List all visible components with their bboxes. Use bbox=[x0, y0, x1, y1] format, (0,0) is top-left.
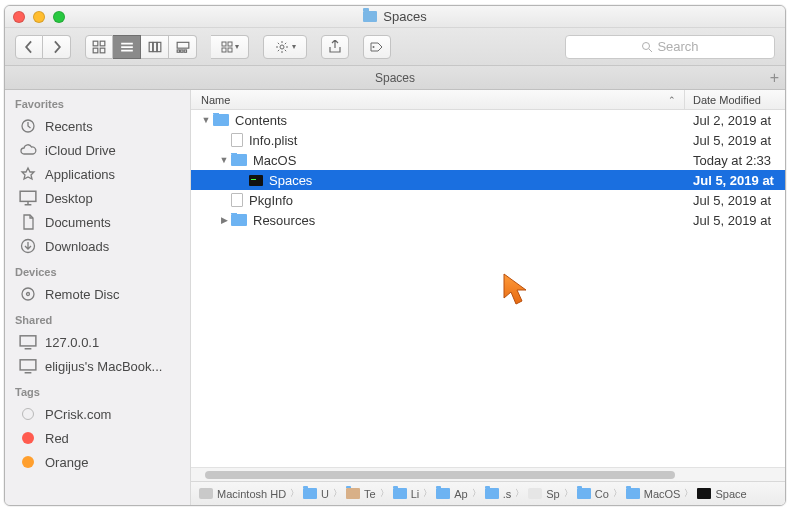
gallery-icon bbox=[176, 40, 190, 54]
path-segment[interactable]: Te bbox=[346, 488, 376, 500]
column-view-button[interactable] bbox=[141, 35, 169, 59]
path-segment[interactable]: Space bbox=[697, 488, 746, 500]
chevron-right-icon: 〉 bbox=[290, 487, 299, 500]
svg-rect-27 bbox=[20, 336, 36, 346]
exec-icon bbox=[697, 488, 711, 499]
sidebar-item[interactable]: PCrisk.com bbox=[5, 402, 190, 426]
file-icon bbox=[231, 193, 243, 207]
close-button[interactable] bbox=[13, 11, 25, 23]
file-name: Info.plist bbox=[249, 133, 297, 148]
search-placeholder: Search bbox=[657, 39, 698, 54]
path-segment-label: Ap bbox=[454, 488, 467, 500]
new-tab-button[interactable]: + bbox=[770, 69, 779, 87]
cloud-icon bbox=[19, 142, 37, 158]
path-segment[interactable]: Li bbox=[393, 488, 420, 500]
chevron-right-icon: 〉 bbox=[472, 487, 481, 500]
grid-icon bbox=[92, 40, 106, 54]
sidebar-item-label: Documents bbox=[45, 215, 111, 230]
sidebar-item[interactable]: Recents bbox=[5, 114, 190, 138]
monitor-icon bbox=[19, 358, 37, 374]
path-segment[interactable]: .s bbox=[485, 488, 512, 500]
file-name-cell: ▼Contents bbox=[191, 113, 685, 128]
sidebar-item[interactable]: Orange bbox=[5, 450, 190, 474]
path-segment[interactable]: Sp bbox=[528, 488, 559, 500]
column-headers: Name ⌃ Date Modified bbox=[191, 90, 785, 110]
sidebar-item[interactable]: Remote Disc bbox=[5, 282, 190, 306]
file-row[interactable]: PkgInfoJul 5, 2019 at bbox=[191, 190, 785, 210]
svg-rect-7 bbox=[149, 42, 153, 51]
path-segment-label: Co bbox=[595, 488, 609, 500]
window-title-text: Spaces bbox=[383, 9, 426, 24]
minimize-button[interactable] bbox=[33, 11, 45, 23]
gear-icon bbox=[275, 40, 289, 54]
horizontal-scrollbar[interactable] bbox=[191, 467, 785, 481]
path-segment-label: Space bbox=[715, 488, 746, 500]
sidebar-item[interactable]: 127.0.0.1 bbox=[5, 330, 190, 354]
column-header-name[interactable]: Name ⌃ bbox=[191, 90, 685, 109]
sidebar-item[interactable]: Red bbox=[5, 426, 190, 450]
sidebar-item[interactable]: Desktop bbox=[5, 186, 190, 210]
list-icon bbox=[120, 40, 134, 54]
window-controls bbox=[13, 11, 65, 23]
tag-icon bbox=[370, 40, 384, 54]
path-segment[interactable]: Macintosh HD bbox=[199, 488, 286, 500]
sidebar-item-label: Downloads bbox=[45, 239, 109, 254]
sidebar-item-label: Red bbox=[45, 431, 69, 446]
svg-rect-0 bbox=[93, 41, 98, 46]
file-row[interactable]: ▶ResourcesJul 5, 2019 at bbox=[191, 210, 785, 230]
disclosure-triangle-icon[interactable]: ▼ bbox=[201, 115, 211, 125]
sidebar-item[interactable]: Downloads bbox=[5, 234, 190, 258]
file-name-cell: ▶Resources bbox=[191, 213, 685, 228]
svg-point-26 bbox=[27, 293, 30, 296]
tags-button[interactable] bbox=[363, 35, 391, 59]
path-segment[interactable]: Ap bbox=[436, 488, 467, 500]
file-row[interactable]: SpacesJul 5, 2019 at bbox=[191, 170, 785, 190]
path-segment[interactable]: Co bbox=[577, 488, 609, 500]
sidebar-item[interactable]: Applications bbox=[5, 162, 190, 186]
tab-label[interactable]: Spaces bbox=[375, 71, 415, 85]
group-button[interactable]: ▾ bbox=[211, 35, 249, 59]
folder-icon bbox=[231, 214, 247, 226]
file-name-cell: PkgInfo bbox=[191, 193, 685, 208]
file-name: PkgInfo bbox=[249, 193, 293, 208]
file-date: Jul 5, 2019 at bbox=[685, 193, 785, 208]
share-button[interactable] bbox=[321, 35, 349, 59]
search-field[interactable]: Search bbox=[565, 35, 775, 59]
sidebar-section-header: Tags bbox=[5, 378, 190, 402]
list-view-button[interactable] bbox=[113, 35, 141, 59]
back-button[interactable] bbox=[15, 35, 43, 59]
disclosure-triangle-icon[interactable]: ▼ bbox=[219, 155, 229, 165]
svg-rect-14 bbox=[222, 42, 226, 46]
svg-point-19 bbox=[373, 46, 375, 48]
forward-button[interactable] bbox=[43, 35, 71, 59]
svg-rect-23 bbox=[20, 191, 36, 201]
sidebar-item-label: Applications bbox=[45, 167, 115, 182]
svg-point-20 bbox=[643, 42, 650, 49]
column-header-date[interactable]: Date Modified bbox=[685, 90, 785, 109]
disclosure-triangle-icon[interactable]: ▶ bbox=[219, 215, 229, 225]
file-date: Jul 5, 2019 at bbox=[685, 133, 785, 148]
scrollbar-thumb[interactable] bbox=[205, 471, 675, 479]
svg-rect-8 bbox=[153, 42, 157, 51]
gallery-view-button[interactable] bbox=[169, 35, 197, 59]
sidebar-item[interactable]: Documents bbox=[5, 210, 190, 234]
tab-bar: Spaces + bbox=[5, 66, 785, 90]
action-button[interactable]: ▾ bbox=[263, 35, 307, 59]
icon-view-button[interactable] bbox=[85, 35, 113, 59]
file-row[interactable]: ▼MacOSToday at 2:33 bbox=[191, 150, 785, 170]
zoom-button[interactable] bbox=[53, 11, 65, 23]
disc-icon bbox=[19, 286, 37, 302]
file-row[interactable]: ▼ContentsJul 2, 2019 at bbox=[191, 110, 785, 130]
folder-icon bbox=[577, 488, 591, 499]
path-segment[interactable]: MacOS bbox=[626, 488, 681, 500]
folder-icon bbox=[485, 488, 499, 499]
file-rows: ▼ContentsJul 2, 2019 atInfo.plistJul 5, … bbox=[191, 110, 785, 467]
folder-icon bbox=[436, 488, 450, 499]
sidebar-item-label: Recents bbox=[45, 119, 93, 134]
file-row[interactable]: Info.plistJul 5, 2019 at bbox=[191, 130, 785, 150]
sidebar-item[interactable]: eligijus's MacBook... bbox=[5, 354, 190, 378]
path-segment[interactable]: U bbox=[303, 488, 329, 500]
svg-rect-12 bbox=[180, 49, 182, 51]
sidebar-item[interactable]: iCloud Drive bbox=[5, 138, 190, 162]
view-buttons bbox=[85, 35, 197, 59]
